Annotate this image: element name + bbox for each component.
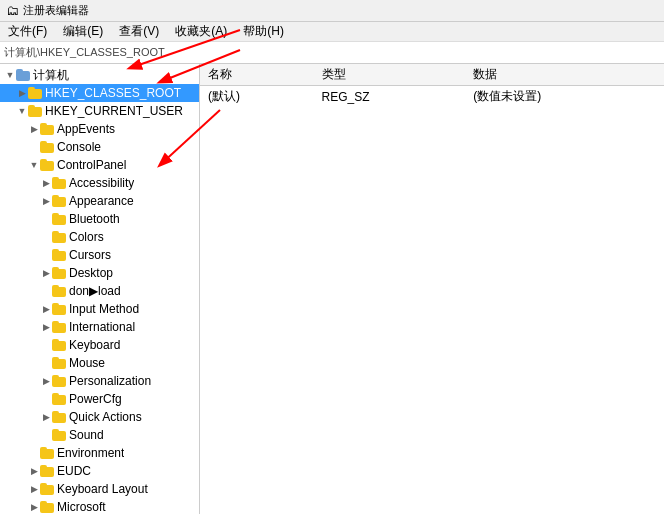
folder-icon-cursors	[52, 249, 66, 261]
expand-icon-hkcu[interactable]: ▼	[16, 105, 28, 117]
expand-icon-computer[interactable]: ▼	[4, 69, 16, 81]
expand-icon-microsoft[interactable]: ▶	[28, 501, 40, 513]
tree-node-hkcu[interactable]: ▼ HKEY_CURRENT_USER	[0, 102, 199, 120]
menu-item-f[interactable]: 文件(F)	[0, 22, 55, 41]
menu-item-v[interactable]: 查看(V)	[111, 22, 167, 41]
tree-node-keyboard-layout[interactable]: ▶ Keyboard Layout	[0, 480, 199, 498]
tree-label-mouse: Mouse	[69, 356, 105, 370]
folder-icon-accessibility	[52, 177, 66, 189]
tree-node-cursors[interactable]: Cursors	[0, 246, 199, 264]
folder-icon-controlpanel	[40, 159, 54, 171]
table-row[interactable]: (默认) REG_SZ (数值未设置)	[200, 86, 664, 108]
tree-label-personalization: Personalization	[69, 374, 151, 388]
folder-icon-computer	[16, 69, 30, 81]
folder-icon-input-method	[52, 303, 66, 315]
tree-node-powercfg[interactable]: PowerCfg	[0, 390, 199, 408]
tree-node-colors[interactable]: Colors	[0, 228, 199, 246]
tree-label-keyboard-layout: Keyboard Layout	[57, 482, 148, 496]
app-title: 注册表编辑器	[23, 3, 89, 18]
folder-icon-mouse	[52, 357, 66, 369]
tree-label-keyboard: Keyboard	[69, 338, 120, 352]
registry-data-table: 名称 类型 数据 (默认) REG_SZ (数值未设置)	[200, 64, 664, 107]
expand-icon-appearance[interactable]: ▶	[40, 195, 52, 207]
expand-icon-controlpanel[interactable]: ▼	[28, 159, 40, 171]
tree-label-accessibility: Accessibility	[69, 176, 134, 190]
tree-node-environment[interactable]: Environment	[0, 444, 199, 462]
folder-icon-hkcu	[28, 105, 42, 117]
tree-node-quick-actions[interactable]: ▶ Quick Actions	[0, 408, 199, 426]
tree-label-cursors: Cursors	[69, 248, 111, 262]
folder-icon-donload	[52, 285, 66, 297]
tree-node-appearance[interactable]: ▶ Appearance	[0, 192, 199, 210]
tree-label-hkcu: HKEY_CURRENT_USER	[45, 104, 183, 118]
tree-label-appearance: Appearance	[69, 194, 134, 208]
folder-icon-colors	[52, 231, 66, 243]
tree-label-sound: Sound	[69, 428, 104, 442]
row-name: (默认)	[200, 86, 314, 108]
tree-node-input-method[interactable]: ▶ Input Method	[0, 300, 199, 318]
folder-icon-desktop	[52, 267, 66, 279]
tree-node-accessibility[interactable]: ▶ Accessibility	[0, 174, 199, 192]
title-bar: 🗂 注册表编辑器	[0, 0, 664, 22]
tree-node-bluetooth[interactable]: Bluetooth	[0, 210, 199, 228]
address-bar: 计算机\HKEY_CLASSES_ROOT	[0, 42, 664, 64]
tree-node-console[interactable]: Console	[0, 138, 199, 156]
tree-node-personalization[interactable]: ▶ Personalization	[0, 372, 199, 390]
menu-bar: 文件(F)编辑(E)查看(V)收藏夹(A)帮助(H)	[0, 22, 664, 42]
folder-icon-environment	[40, 447, 54, 459]
tree-node-mouse[interactable]: Mouse	[0, 354, 199, 372]
folder-icon-bluetooth	[52, 213, 66, 225]
tree-label-console: Console	[57, 140, 101, 154]
tree-label-desktop: Desktop	[69, 266, 113, 280]
tree-label-powercfg: PowerCfg	[69, 392, 122, 406]
tree-label-eudc: EUDC	[57, 464, 91, 478]
tree-node-hkey-classes-root[interactable]: ▶ HKEY_CLASSES_ROOT	[0, 84, 199, 102]
tree-label-appevents: AppEvents	[57, 122, 115, 136]
tree-label-microsoft: Microsoft	[57, 500, 106, 514]
tree-node-appevents[interactable]: ▶ AppEvents	[0, 120, 199, 138]
tree-label-bluetooth: Bluetooth	[69, 212, 120, 226]
expand-icon-international[interactable]: ▶	[40, 321, 52, 333]
tree-node-eudc[interactable]: ▶ EUDC	[0, 462, 199, 480]
row-type: REG_SZ	[314, 86, 466, 108]
tree-node-controlpanel[interactable]: ▼ ControlPanel	[0, 156, 199, 174]
tree-node-international[interactable]: ▶ International	[0, 318, 199, 336]
tree-label-environment: Environment	[57, 446, 124, 460]
folder-icon-keyboard-layout	[40, 483, 54, 495]
col-type: 类型	[314, 64, 466, 86]
expand-icon-input-method[interactable]: ▶	[40, 303, 52, 315]
tree-label-colors: Colors	[69, 230, 104, 244]
tree-label-donload: don▶load	[69, 284, 121, 298]
expand-icon-quick-actions[interactable]: ▶	[40, 411, 52, 423]
address-label: 计算机\HKEY_CLASSES_ROOT	[4, 45, 165, 60]
menu-item-a[interactable]: 收藏夹(A)	[167, 22, 235, 41]
expand-icon-accessibility[interactable]: ▶	[40, 177, 52, 189]
expand-icon-personalization[interactable]: ▶	[40, 375, 52, 387]
tree-node-donload[interactable]: don▶load	[0, 282, 199, 300]
tree-node-keyboard[interactable]: Keyboard	[0, 336, 199, 354]
folder-icon-international	[52, 321, 66, 333]
tree-label-computer: 计算机	[33, 67, 69, 84]
menu-item-e[interactable]: 编辑(E)	[55, 22, 111, 41]
folder-icon-personalization	[52, 375, 66, 387]
expand-icon-eudc[interactable]: ▶	[28, 465, 40, 477]
tree-node-computer[interactable]: ▼ 计算机	[0, 66, 199, 84]
expand-icon-keyboard-layout[interactable]: ▶	[28, 483, 40, 495]
tree-node-microsoft[interactable]: ▶ Microsoft	[0, 498, 199, 514]
tree-label-quick-actions: Quick Actions	[69, 410, 142, 424]
tree-label-controlpanel: ControlPanel	[57, 158, 126, 172]
menu-item-h[interactable]: 帮助(H)	[235, 22, 292, 41]
folder-icon-appevents	[40, 123, 54, 135]
tree-node-sound[interactable]: Sound	[0, 426, 199, 444]
expand-icon-appevents[interactable]: ▶	[28, 123, 40, 135]
tree-node-desktop[interactable]: ▶ Desktop	[0, 264, 199, 282]
folder-icon-microsoft	[40, 501, 54, 513]
data-panel: 名称 类型 数据 (默认) REG_SZ (数值未设置)	[200, 64, 664, 514]
expand-icon-hkcr[interactable]: ▶	[16, 87, 28, 99]
tree-panel[interactable]: ▼ 计算机 ▶ HKEY_CLASSES_ROOT ▼ HKEY_CURRENT…	[0, 64, 200, 514]
folder-icon-sound	[52, 429, 66, 441]
folder-icon-keyboard	[52, 339, 66, 351]
expand-icon-desktop[interactable]: ▶	[40, 267, 52, 279]
tree-label-hkcr: HKEY_CLASSES_ROOT	[45, 86, 181, 100]
app-icon: 🗂	[6, 3, 19, 18]
